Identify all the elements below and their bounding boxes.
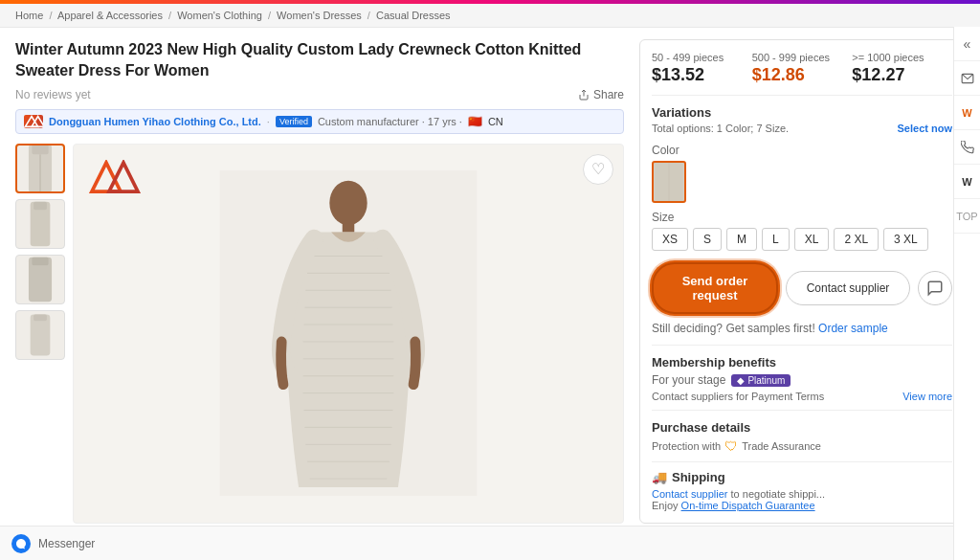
thumbnail-4[interactable] — [15, 310, 65, 360]
email-icon — [961, 72, 974, 85]
product-image-svg — [205, 170, 492, 496]
toolbar-phone[interactable] — [954, 130, 981, 165]
membership-stage: For your stage ◆ Platinum — [652, 373, 952, 387]
tier-range-2: 500 - 999 pieces — [752, 52, 853, 63]
thumb-dress-2 — [19, 200, 61, 248]
contact-link[interactable]: Contact supplier — [652, 488, 728, 500]
size-section: Size XS S M L XL 2 XL 3 XL — [652, 211, 952, 251]
stage-label: For your stage — [652, 373, 725, 387]
protection-text: Protection with — [652, 440, 721, 452]
country-flag: 🇨🇳 — [468, 115, 482, 128]
shipping-title: 🚚 Shipping — [652, 470, 952, 484]
size-xs[interactable]: XS — [652, 228, 688, 251]
tier-range-3: >= 1000 pieces — [852, 52, 952, 63]
wishlist-button[interactable]: ♡ — [583, 154, 613, 185]
shipping-desc: Contact supplier to negotiate shippi... — [652, 488, 952, 500]
toolbar-brand[interactable]: W — [954, 96, 981, 130]
pricing-card: 50 - 499 pieces $13.52 500 - 999 pieces … — [639, 39, 965, 524]
svg-rect-15 — [343, 220, 355, 233]
color-swatch[interactable] — [652, 161, 686, 203]
size-3xl[interactable]: 3 XL — [883, 228, 928, 251]
send-order-button[interactable]: Send order request — [652, 262, 778, 314]
toolbar-collapse[interactable]: « — [954, 27, 981, 61]
side-toolbar: « W W TOP — [953, 27, 980, 560]
tier-price-3: $12.27 — [852, 65, 952, 85]
supplier-meta: Custom manufacturer · 17 yrs · — [318, 116, 462, 127]
dispatch-link[interactable]: On-time Dispatch Guarantee — [681, 500, 815, 511]
svg-rect-10 — [33, 314, 47, 321]
thumb-dress-4 — [19, 311, 61, 359]
messenger-bar[interactable]: Messenger — [0, 526, 953, 560]
membership-desc-text: Contact suppliers for Payment Terms — [652, 391, 824, 402]
purchase-section: Purchase details Protection with 🛡 Trade… — [652, 410, 952, 454]
share-icon — [578, 89, 590, 101]
size-s[interactable]: S — [693, 228, 722, 251]
supplier-bar: Dongguan Humen Yihao Clothing Co., Ltd. … — [15, 109, 624, 134]
supplier-name[interactable]: Dongguan Humen Yihao Clothing Co., Ltd. — [49, 116, 261, 127]
chat-icon — [926, 280, 944, 297]
action-buttons: Send order request Contact supplier — [652, 262, 952, 314]
order-sample-link[interactable]: Order sample — [818, 322, 888, 335]
variations-options: Total options: 1 Color; 7 Size. — [652, 123, 789, 134]
thumbnail-3[interactable] — [15, 255, 65, 304]
breadcrumb-casual-dresses[interactable]: Casual Dresses — [376, 10, 451, 21]
trade-assurance: Protection with 🛡 Trade Assurance — [652, 438, 952, 454]
shield-icon: 🛡 — [724, 438, 738, 454]
size-l[interactable]: L — [762, 228, 790, 251]
main-product-image: ♡ — [73, 144, 624, 524]
svg-marker-0 — [25, 116, 37, 126]
size-xl[interactable]: XL — [794, 228, 830, 251]
chat-button[interactable] — [918, 271, 952, 305]
tier-price-2: $12.86 — [752, 65, 853, 85]
thumbnail-list — [15, 144, 65, 524]
color-swatch-image — [654, 163, 684, 201]
breadcrumb: Home / Apparel & Accessories / Women's C… — [0, 4, 980, 28]
truck-icon: 🚚 — [652, 470, 667, 484]
membership-section: Membership benefits For your stage ◆ Pla… — [652, 345, 952, 402]
breadcrumb-womens-dresses[interactable]: Women's Dresses — [277, 10, 362, 21]
product-title: Winter Autumn 2023 New High Quality Cust… — [15, 39, 624, 82]
variations-desc: Total options: 1 Color; 7 Size. Select n… — [652, 123, 952, 134]
breadcrumb-womens-clothing[interactable]: Women's Clothing — [177, 10, 262, 21]
supplier-logo — [24, 115, 43, 128]
select-now-link[interactable]: Select now — [898, 123, 952, 134]
share-button[interactable]: Share — [578, 88, 624, 101]
sample-text: Still deciding? Get samples first! — [652, 322, 815, 335]
toolbar-top[interactable]: TOP — [954, 199, 981, 234]
color-label: Color — [652, 144, 952, 157]
size-label: Size — [652, 211, 952, 224]
messenger-icon — [11, 534, 31, 553]
verified-badge: Verified — [276, 116, 312, 127]
thumbnail-1[interactable] — [15, 144, 65, 193]
membership-title: Membership benefits — [652, 355, 952, 370]
phone-icon — [961, 141, 974, 154]
price-tiers: 50 - 499 pieces $13.52 500 - 999 pieces … — [652, 52, 952, 96]
purchase-title: Purchase details — [652, 420, 952, 435]
no-reviews: No reviews yet — [15, 88, 91, 101]
messenger-label: Messenger — [38, 537, 95, 550]
supplier-logo-svg — [24, 115, 43, 128]
membership-desc: Contact suppliers for Payment Terms View… — [652, 391, 952, 402]
brand-logo — [89, 160, 146, 197]
toolbar-w2[interactable]: W — [954, 165, 981, 199]
price-tier-3: >= 1000 pieces $12.27 — [852, 52, 952, 85]
size-2xl[interactable]: 2 XL — [834, 228, 879, 251]
thumbnail-2[interactable] — [15, 199, 65, 249]
size-m[interactable]: M — [726, 228, 757, 251]
variations-section: Variations Total options: 1 Color; 7 Siz… — [652, 105, 952, 134]
toolbar-email[interactable] — [954, 61, 981, 96]
view-more-link[interactable]: View more — [902, 391, 952, 402]
size-buttons: XS S M L XL 2 XL 3 XL — [652, 228, 952, 251]
price-tier-1: 50 - 499 pieces $13.52 — [652, 52, 752, 85]
trade-assurance-text: Trade Assurance — [742, 440, 821, 452]
breadcrumb-home[interactable]: Home — [15, 10, 43, 21]
sample-row: Still deciding? Get samples first! Order… — [652, 322, 952, 335]
breadcrumb-apparel[interactable]: Apparel & Accessories — [57, 10, 163, 21]
color-section: Color — [652, 144, 952, 203]
svg-point-14 — [329, 181, 367, 226]
thumb-dress-3 — [19, 256, 61, 303]
thumb-dress-1 — [19, 145, 61, 192]
tier-price-1: $13.52 — [652, 65, 752, 85]
contact-supplier-button[interactable]: Contact supplier — [786, 271, 910, 305]
svg-rect-6 — [33, 202, 47, 211]
